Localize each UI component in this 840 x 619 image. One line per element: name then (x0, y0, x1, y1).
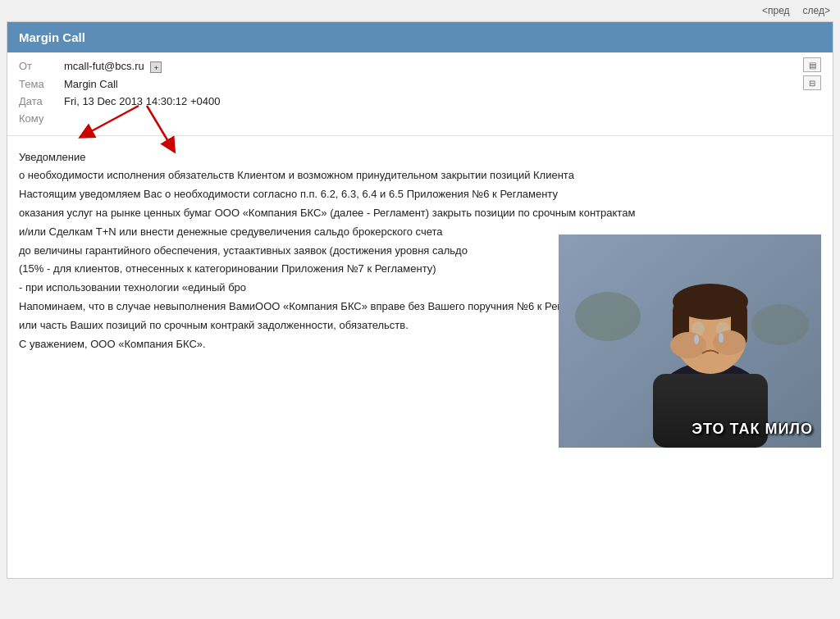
email-action-icon-2[interactable]: ⊟ (803, 75, 821, 90)
meme-caption: ЭТО ТАК МИЛО (692, 417, 813, 441)
body-line-1: Уведомление (19, 149, 821, 166)
date-label: Дата (19, 93, 64, 110)
meme-image: ЭТО ТАК МИЛО (559, 234, 821, 448)
svg-point-15 (670, 332, 706, 358)
meme-image-container: ЭТО ТАК МИЛО (559, 234, 821, 448)
svg-point-5 (751, 304, 809, 345)
to-row: Кому (19, 110, 226, 127)
to-label: Кому (19, 110, 64, 127)
next-link[interactable]: след> (803, 5, 830, 16)
svg-point-18 (719, 333, 724, 343)
date-row: Дата Fri, 13 Dec 2013 14:30:12 +0400 (19, 93, 226, 110)
svg-point-16 (713, 330, 746, 355)
subject-value: Margin Call (64, 75, 226, 93)
date-value: Fri, 13 Dec 2013 14:30:12 +0400 (64, 93, 226, 110)
email-container: Margin Call От mcall-fut@bcs.ru + Тема M… (7, 21, 833, 579)
from-row: От mcall-fut@bcs.ru + (19, 57, 226, 75)
svg-point-17 (694, 335, 699, 344)
subject-label: Тема (19, 75, 64, 93)
email-action-icon-1[interactable]: ▤ (803, 57, 821, 72)
meme-svg (559, 234, 821, 448)
svg-point-4 (575, 292, 641, 341)
prev-link[interactable]: <пред (762, 5, 790, 16)
add-contact-icon[interactable]: + (150, 61, 162, 73)
body-line-4: оказания услуг на рынке ценных бумаг ООО… (19, 205, 821, 222)
from-value: mcall-fut@bcs.ru + (64, 57, 226, 75)
email-body: Уведомление о необходимости исполнения о… (7, 136, 833, 368)
from-label: От (19, 57, 64, 75)
email-title: Margin Call (19, 30, 85, 44)
subject-row: Тема Margin Call (19, 75, 226, 93)
to-value (64, 110, 226, 127)
email-metadata: От mcall-fut@bcs.ru + Тема Margin Call Д… (7, 52, 833, 136)
body-line-2: о необходимости исполнения обязательств … (19, 167, 821, 184)
top-navigation: <пред след> (0, 0, 840, 21)
body-line-3: Настоящим уведомляем Вас о необходимости… (19, 186, 821, 203)
email-title-bar: Margin Call (7, 22, 833, 52)
email-action-icons: ▤ ⊟ (803, 57, 821, 90)
